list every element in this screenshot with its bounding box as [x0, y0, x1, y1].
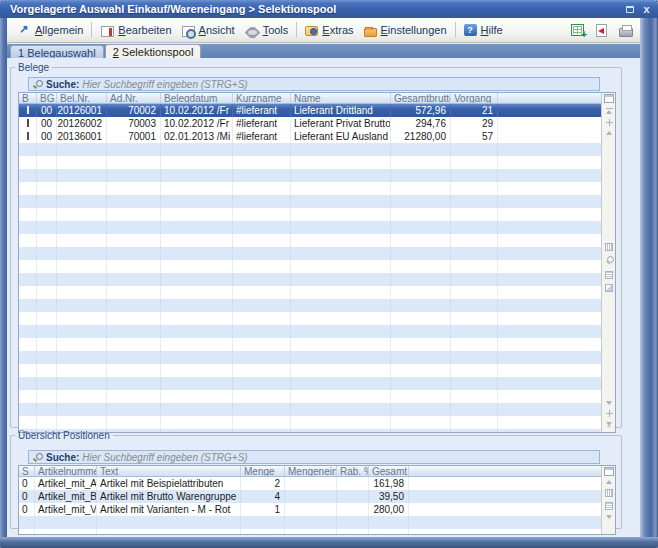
empty-cell — [391, 221, 451, 234]
table-row[interactable]: 0Artikel_mit_AttributenArtikel mit Beisp… — [19, 477, 601, 490]
cell-filler — [498, 325, 601, 338]
empty-cell — [161, 143, 233, 156]
empty-cell — [161, 260, 233, 273]
search-input[interactable] — [82, 78, 596, 90]
column-header-vorgang[interactable]: Vorgang — [451, 93, 498, 103]
column-header-rab[interactable]: Rab. % — [337, 466, 369, 476]
column-header-bg[interactable]: BG — [37, 93, 57, 103]
scroll-bottom-icon[interactable] — [606, 422, 613, 428]
column-header-gesamt[interactable]: Gesamt € — [369, 466, 409, 476]
column-chooser-icon[interactable] — [604, 94, 614, 103]
menu-item-extras[interactable]: Extras — [300, 22, 358, 38]
scroll-top-icon[interactable] — [606, 108, 613, 114]
column-header-belegdatum[interactable]: Belegdatum — [161, 93, 233, 103]
menu-item-allgemein[interactable]: Allgemein — [13, 22, 88, 39]
cell-s: 0 — [19, 503, 35, 516]
menu-item-tools[interactable]: Tools — [240, 22, 294, 38]
positionen-search-bar[interactable]: Suche: — [28, 450, 600, 464]
table-row[interactable]: 00201260017000210.02.2012 /Fr#lieferantL… — [19, 104, 601, 117]
magnifier-icon[interactable] — [605, 256, 614, 266]
empty-cell — [19, 156, 37, 169]
table-row[interactable]: 00201360017000102.01.2013 /Mi#lieferantL… — [19, 130, 601, 143]
empty-cell — [451, 416, 498, 429]
export-icon[interactable] — [591, 21, 612, 40]
cell-name: Lieferant Privat Brutto — [291, 117, 391, 130]
empty-cell — [291, 403, 391, 416]
column-header-menge[interactable]: Menge — [241, 466, 285, 476]
tab-1-belegauswahl[interactable]: 1 Belegauswahl — [10, 45, 104, 58]
grid-sidebar-buttons — [602, 401, 616, 428]
cell-b — [19, 104, 37, 117]
empty-cell — [37, 299, 57, 312]
column-header-b[interactable]: B — [19, 93, 37, 103]
cell-ad-nr: 70001 — [107, 130, 161, 143]
tabstrip: 1 Belegauswahl2 Selektionspool — [7, 44, 640, 58]
column-header-kurzname[interactable]: Kurzname — [233, 93, 291, 103]
menu-item-hilfe[interactable]: Hilfe — [459, 22, 508, 38]
close-glyph: x — [643, 4, 649, 14]
column-header-text[interactable]: Text — [97, 466, 241, 476]
column-chooser-icon[interactable] — [604, 467, 614, 476]
empty-cell — [233, 169, 291, 182]
column-header-mengeneinheit[interactable]: Mengeneinheit — [285, 466, 337, 476]
excel-export-icon[interactable] — [567, 21, 588, 40]
empty-cell — [391, 377, 451, 390]
plus-icon[interactable] — [606, 119, 613, 126]
sum-icon[interactable] — [605, 271, 613, 279]
column-header-bel-nr[interactable]: Bel.Nr. — [57, 93, 107, 103]
menu-item-label: Tools — [263, 24, 289, 36]
column-header-s[interactable]: S — [19, 466, 35, 476]
restore-glyph — [626, 6, 634, 13]
empty-cell — [161, 312, 233, 325]
empty-cell — [57, 273, 107, 286]
scroll-up-icon[interactable] — [606, 480, 612, 484]
scroll-up-icon[interactable] — [606, 131, 612, 135]
empty-cell — [37, 234, 57, 247]
pane-icon[interactable] — [605, 489, 613, 497]
titlebar[interactable]: Vorgelagerte Auswahl Einkauf/Wareneingan… — [0, 0, 658, 18]
table-row[interactable]: 0Artikel_mit_Brutto_W(Artikel mit Brutto… — [19, 490, 601, 503]
belege-grid: BBGBel.Nr.Ad.Nr.BelegdatumKurznameNameGe… — [18, 92, 616, 433]
empty-row — [19, 325, 601, 338]
cell-filler — [498, 338, 601, 351]
column-header-name[interactable]: Name — [291, 93, 391, 103]
search-input[interactable] — [82, 451, 596, 463]
search-icon — [32, 452, 43, 463]
print-icon-glyph — [619, 28, 633, 37]
belege-search-bar[interactable]: Suche: — [28, 77, 600, 91]
empty-cell — [291, 351, 391, 364]
toolbar-right — [567, 21, 638, 40]
menu-item-bearbeiten[interactable]: Bearbeiten — [95, 22, 176, 38]
filter-icon[interactable] — [605, 284, 613, 292]
empty-cell — [107, 299, 161, 312]
scroll-down-icon[interactable] — [606, 515, 612, 519]
empty-cell — [19, 260, 37, 273]
pane-icon[interactable] — [605, 243, 613, 251]
close-icon[interactable]: x — [639, 3, 654, 16]
cell-filler — [498, 169, 601, 182]
cell-belegdatum: 10.02.2012 /Fr — [161, 104, 233, 117]
window-frame-right[interactable] — [640, 18, 658, 537]
empty-cell — [161, 364, 233, 377]
column-header-gesamtbrutto[interactable]: Gesamtbrutto — [391, 93, 451, 103]
plus-icon[interactable] — [606, 410, 613, 417]
print-icon[interactable] — [615, 21, 636, 40]
cell-ad-nr: 70002 — [107, 104, 161, 117]
tab-2-selektionspool[interactable]: 2 Selektionspool — [105, 44, 202, 58]
column-header-artikelnummer[interactable]: Artikelnummer — [35, 466, 97, 476]
scroll-down-icon[interactable] — [606, 401, 612, 405]
restore-icon[interactable] — [622, 3, 637, 16]
menu-item-einstellungen[interactable]: Einstellungen — [359, 22, 452, 38]
menu-item-ansicht[interactable]: Ansicht — [177, 22, 240, 38]
table-row[interactable]: 0Artikel_mit_Varianten.Artikel mit Varia… — [19, 503, 601, 516]
help-icon — [464, 24, 477, 36]
cell-filler — [498, 156, 601, 169]
empty-cell — [37, 364, 57, 377]
sum-icon[interactable] — [605, 502, 613, 510]
empty-cell — [369, 516, 409, 529]
table-row[interactable]: 00201260027000310.02.2012 /Fr#lieferantL… — [19, 117, 601, 130]
menubar: AllgemeinBearbeitenAnsichtToolsExtrasEin… — [7, 18, 640, 43]
empty-cell — [391, 364, 451, 377]
column-header-ad-nr[interactable]: Ad.Nr. — [107, 93, 161, 103]
empty-cell — [57, 234, 107, 247]
